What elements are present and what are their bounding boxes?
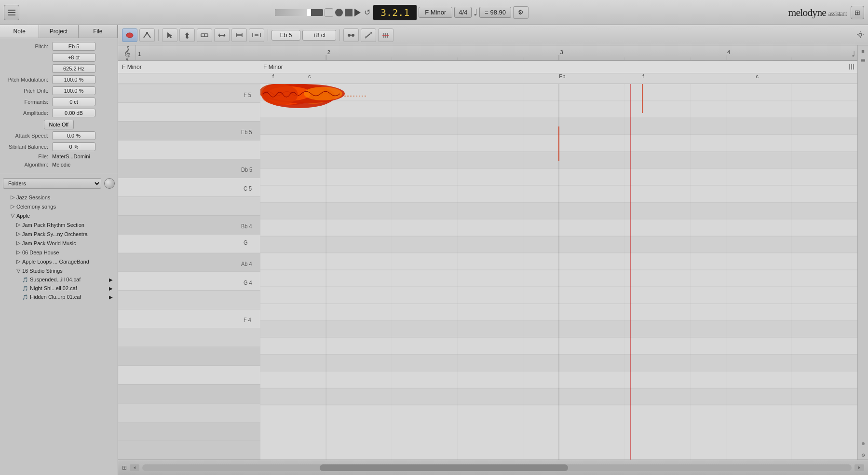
pitch-value[interactable]: Eb 5 [52, 42, 95, 51]
algorithm-row: Algorithm: Melodic [5, 162, 113, 168]
right-content: Eb 5 +8 ct 𝄞 [118, 25, 868, 475]
scroll-right-button[interactable] [854, 464, 864, 471]
list-item[interactable]: ▷ Apple Loops ... GarageBand [3, 257, 115, 266]
folder-label: 16 Studio Strings [22, 268, 63, 274]
key-bar: F Minor [260, 61, 857, 73]
play-button[interactable] [354, 9, 361, 16]
list-item[interactable]: 🎵 Suspended...ill 04.caf ▶ [3, 275, 115, 284]
list-item[interactable]: ▷ Jam Pack Sy...ny Orchestra [3, 229, 115, 238]
folder-knob[interactable] [104, 178, 115, 189]
time-stretch-tool[interactable] [197, 28, 212, 42]
loop-button[interactable]: ↺ [363, 8, 371, 17]
chord-bar-left [118, 73, 260, 84]
file-row: File: MaterS...Domini [5, 154, 113, 159]
scroll-left-button[interactable] [130, 464, 139, 471]
horizontal-scrollbar-thumb[interactable] [320, 464, 568, 471]
key-display[interactable]: F Minor [419, 7, 452, 18]
transport-area: ↺ 3.2.1 F Minor 4/4 ♩ = 98.90 ⚙ [275, 5, 529, 20]
pitch-row: Pitch: Eb 5 [5, 42, 113, 51]
svg-text:Ab 4: Ab 4 [241, 260, 252, 267]
pitch-drift-value[interactable]: 100.0 % [52, 86, 95, 95]
play-file-button[interactable]: ▶ [109, 277, 113, 282]
hz-value[interactable]: 625.2 Hz [52, 64, 95, 73]
tab-project[interactable]: Project [39, 25, 78, 38]
progress-bar[interactable] [275, 9, 323, 16]
file-label: Night Shi...ell 02.caf [30, 285, 77, 291]
cents-display[interactable]: +8 ct [302, 30, 336, 41]
distribute-tool[interactable] [343, 28, 359, 42]
play-file-button[interactable]: ▶ [109, 286, 113, 291]
note-off-button[interactable]: Note Off [44, 120, 74, 129]
pitch-drift-label: Pitch Drift: [5, 88, 48, 94]
folder-label: Jazz Sessions [16, 195, 50, 200]
pitch-edit-tool[interactable] [139, 28, 155, 42]
list-item[interactable]: ▷ Jazz Sessions [3, 193, 115, 202]
pitch-display[interactable]: Eb 5 [271, 30, 300, 41]
folder-label: Jam Pack Rhythm Section [22, 222, 84, 228]
quantize-tool[interactable] [378, 28, 393, 42]
stop-button[interactable] [345, 9, 353, 16]
pitch-mod-label: Pitch Modulation: [5, 77, 48, 83]
amplitude-label: Amplitude: [5, 110, 48, 116]
svg-rect-50 [118, 384, 260, 403]
list-item[interactable]: ▷ Jam Pack Rhythm Section [3, 220, 115, 229]
piano-keys-column: 𝄞 1 F Minor [118, 45, 260, 460]
list-item[interactable]: ▽ 16 Studio Strings [3, 266, 115, 275]
settings-button[interactable]: ⚙ [513, 6, 529, 19]
tab-note[interactable]: Note [0, 25, 39, 38]
shrink-tool[interactable] [249, 28, 264, 42]
top-right-area: melodyne assistant ⊞ [788, 6, 864, 19]
formants-value[interactable]: 0 ct [52, 98, 95, 106]
tempo-display[interactable]: = 98.90 [479, 7, 511, 18]
window-resize-button[interactable]: ⊞ [851, 6, 864, 19]
timeline-ruler[interactable]: 2 3 4 ♩ [260, 45, 857, 61]
amplitude-value[interactable]: 0.00 dB [52, 109, 95, 117]
grid-toggle-button[interactable]: ⊞ [122, 464, 127, 471]
svg-point-4 [146, 32, 148, 34]
sibilant-value[interactable]: 0 % [52, 142, 95, 151]
svg-rect-45 [118, 309, 260, 328]
list-item[interactable]: 🎵 Hidden Clu...rp 01.caf ▶ [3, 293, 115, 301]
right-icon-2[interactable]: ||| [861, 59, 866, 62]
horizontal-scrollbar[interactable] [142, 464, 852, 471]
folder-icon: ▷ [16, 240, 20, 246]
svg-point-18 [365, 36, 367, 38]
pitch-up-down-tool[interactable] [179, 28, 195, 42]
list-item[interactable]: ▷ Celemony songs [3, 202, 115, 211]
svg-rect-44 [118, 291, 260, 309]
sidebar-toggle-button[interactable] [4, 5, 19, 20]
note-blob[interactable] [261, 84, 298, 105]
svg-rect-39 [118, 234, 260, 253]
right-icon-1[interactable]: ≡ [859, 47, 867, 55]
cents-value[interactable]: +8 ct [52, 53, 95, 62]
stop-square-button[interactable] [325, 8, 333, 17]
pitch-mod-value[interactable]: 100.0 % [52, 75, 95, 84]
folders-header: Folders [3, 178, 115, 189]
svg-rect-28 [118, 103, 260, 122]
amplitude-row: Amplitude: 0.00 dB [5, 109, 113, 117]
settings-icon[interactable] [856, 31, 864, 40]
blob-edit-tool[interactable] [122, 28, 137, 42]
record-button[interactable] [335, 9, 343, 16]
list-item[interactable]: ▽ Apple [3, 211, 115, 220]
folders-dropdown[interactable]: Folders [3, 178, 101, 189]
extend-tool[interactable] [231, 28, 247, 42]
scale-tool[interactable] [361, 28, 376, 42]
list-item[interactable]: ▷ 06 Deep House [3, 248, 115, 257]
attack-value[interactable]: 0.0 % [52, 131, 95, 140]
list-item[interactable]: ▷ Jam Pack World Music [3, 238, 115, 248]
play-file-button[interactable]: ▶ [109, 294, 113, 300]
formants-row: Formants: 0 ct [5, 98, 113, 106]
select-tool[interactable] [162, 28, 177, 42]
move-tool[interactable] [214, 28, 230, 42]
audio-file-icon: 🎵 [22, 294, 28, 300]
svg-rect-53 [118, 441, 260, 460]
folder-icon: ▷ [16, 249, 20, 255]
tab-file[interactable]: File [79, 25, 118, 38]
key-bar-icon[interactable] [849, 63, 855, 71]
svg-marker-133 [134, 466, 136, 469]
right-icon-3[interactable]: ⚙ [861, 453, 865, 458]
metronome-icon[interactable]: ♩ [474, 7, 477, 18]
toolbar-separator-2 [268, 29, 268, 41]
list-item[interactable]: 🎵 Night Shi...ell 02.caf ▶ [3, 284, 115, 293]
